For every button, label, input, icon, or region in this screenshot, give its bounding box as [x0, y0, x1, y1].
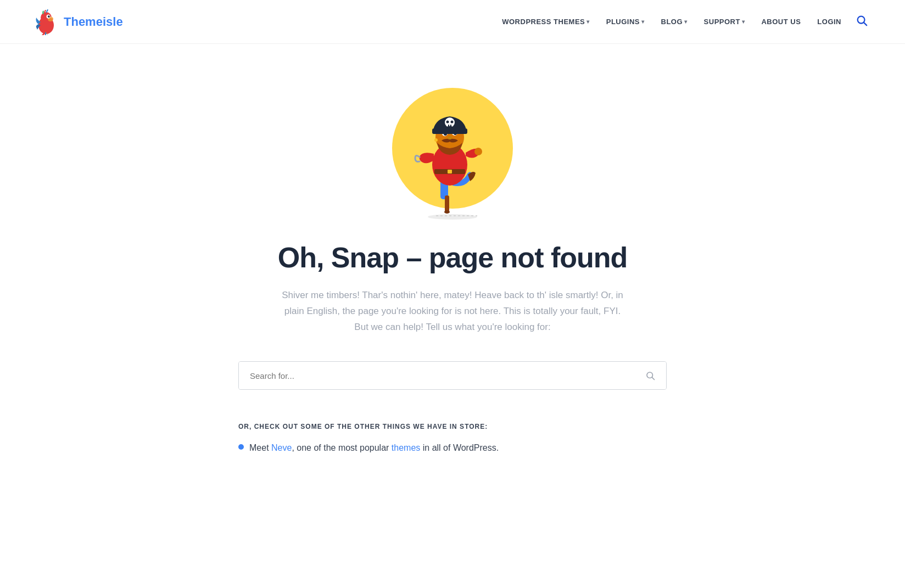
svg-point-26: [445, 117, 455, 127]
svg-line-38: [652, 378, 654, 380]
nav-wordpress-themes[interactable]: WORDPRESS THEMES ▾: [495, 13, 596, 30]
search-icon[interactable]: [851, 10, 872, 33]
svg-rect-12: [445, 195, 449, 212]
svg-rect-32: [448, 126, 449, 127]
svg-rect-33: [450, 126, 451, 127]
svg-line-8: [864, 23, 867, 25]
page-description: Shiver me timbers! Thar's nothin' here, …: [277, 288, 628, 335]
nav-support[interactable]: SUPPORT ▾: [697, 13, 752, 30]
svg-point-6: [49, 15, 49, 16]
nav-login[interactable]: LOGIN: [811, 13, 848, 30]
search-button[interactable]: [634, 362, 666, 389]
pirate-illustration: [376, 77, 529, 220]
bullet-dot: [238, 444, 244, 450]
logo-text: Themeisle: [64, 15, 123, 29]
chevron-down-icon: ▾: [641, 19, 645, 25]
svg-point-9: [428, 214, 477, 220]
chevron-down-icon: ▾: [586, 19, 590, 25]
chevron-down-icon: ▾: [684, 19, 688, 25]
pirate-character: [392, 88, 513, 220]
search-form: [238, 361, 667, 390]
neve-link[interactable]: Neve: [271, 443, 292, 452]
or-section: OR, CHECK OUT SOME OF THE OTHER THINGS W…: [238, 423, 667, 455]
main-nav: WORDPRESS THEMES ▾ PLUGINS ▾ BLOG ▾ SUPP…: [495, 10, 872, 33]
svg-point-13: [444, 210, 450, 214]
or-label: OR, CHECK OUT SOME OF THE OTHER THINGS W…: [238, 423, 667, 430]
nav-blog[interactable]: BLOG ▾: [655, 13, 694, 30]
list-item-text: Meet Neve, one of the most popular theme…: [249, 441, 499, 455]
svg-point-3: [48, 18, 53, 21]
logo-icon: [33, 9, 59, 35]
site-header: Themeisle WORDPRESS THEMES ▾ PLUGINS ▾ B…: [0, 0, 905, 44]
nav-plugins[interactable]: PLUGINS ▾: [600, 13, 651, 30]
chevron-down-icon: ▾: [742, 19, 745, 25]
nav-about-us[interactable]: ABOUT US: [755, 13, 807, 30]
svg-point-36: [434, 138, 438, 142]
svg-point-24: [448, 136, 452, 139]
page-title: Oh, Snap – page not found: [278, 242, 628, 275]
svg-point-28: [451, 121, 454, 124]
logo[interactable]: Themeisle: [33, 9, 123, 35]
svg-rect-25: [432, 128, 467, 134]
search-input[interactable]: [239, 362, 634, 389]
svg-point-5: [48, 15, 50, 18]
main-content: Oh, Snap – page not found Shiver me timb…: [205, 44, 700, 499]
svg-point-15: [474, 148, 482, 155]
svg-point-27: [446, 121, 449, 124]
svg-rect-35: [448, 170, 452, 173]
list-item: Meet Neve, one of the most popular theme…: [238, 441, 667, 455]
themes-link[interactable]: themes: [392, 443, 420, 452]
